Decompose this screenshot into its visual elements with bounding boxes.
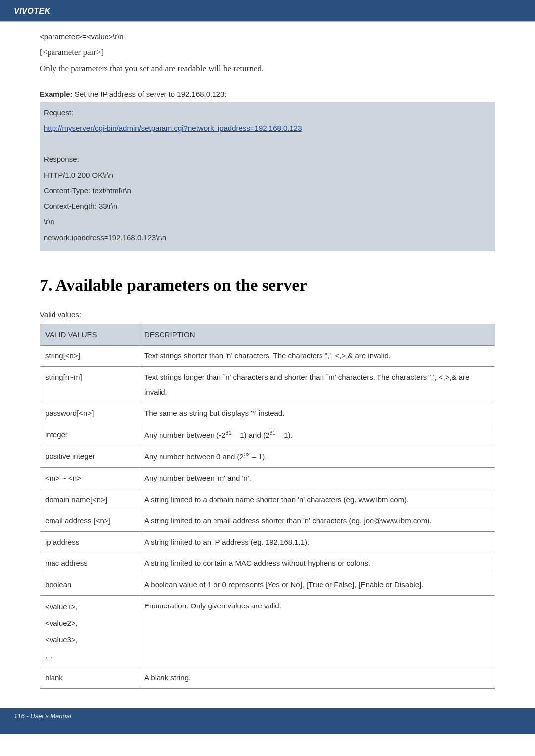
value-cell: ip address: [40, 531, 139, 553]
table-row: password[<n>]The same as string but disp…: [40, 403, 495, 424]
section-heading: 7. Available parameters on the server: [40, 272, 495, 299]
valid-values-table: VALID VALUES DESCRIPTION string[<n>]Text…: [40, 324, 495, 689]
enum-line: <value2>,: [45, 615, 134, 631]
col-header-values: VALID VALUES: [40, 324, 139, 345]
description-cell: The same as string but displays '*' inst…: [139, 403, 495, 424]
value-cell: string[n~m]: [40, 366, 139, 403]
enum-line: <value1>,: [45, 599, 134, 615]
description-cell: A string limited to an IP address (eg. 1…: [139, 531, 495, 553]
table-row: integerAny number between (-231 – 1) and…: [40, 424, 495, 446]
value-cell: email address [<n>]: [40, 510, 139, 531]
value-cell: positive integer: [40, 446, 139, 467]
page-footer: 116 - User's Manual: [0, 708, 535, 734]
description-cell: A string limited to contain a MAC addres…: [139, 553, 495, 574]
example-block: Request: http://myserver/cgi-bin/admin/s…: [40, 102, 495, 252]
table-row: <value1>,<value2>,<value3>,…Enumeration.…: [40, 595, 495, 667]
intro-line-2: [<parameter pair>]: [40, 46, 495, 59]
table-row: booleanA boolean value of 1 or 0 represe…: [40, 574, 495, 595]
page-content: <parameter>=<value>\r\n [<parameter pair…: [0, 22, 535, 699]
response-line: HTTP/1.0 200 OK\r\n: [44, 167, 491, 183]
description-cell: A string limited to an email address sho…: [139, 510, 495, 531]
description-cell: A string limited to a domain name shorte…: [139, 489, 495, 510]
description-cell: Text strings longer than `n' characters …: [139, 366, 495, 403]
example-desc: Set the IP address of server to 192.168.…: [73, 90, 227, 98]
table-row: mac addressA string limited to contain a…: [40, 553, 495, 574]
enum-line: …: [45, 648, 134, 664]
response-line: network.ipaddress=192.168.0.123\r\n: [44, 230, 491, 246]
intro-line-1: <parameter>=<value>\r\n: [40, 31, 495, 43]
enum-line: <value3>,: [45, 631, 134, 648]
table-row: ip addressA string limited to an IP addr…: [40, 531, 495, 553]
description-cell: A boolean value of 1 or 0 represents [Ye…: [139, 574, 495, 595]
response-line: Content-Type: text/html\r\n: [44, 183, 491, 199]
example-heading: Example: Set the IP address of server to…: [40, 88, 495, 100]
example-label: Example:: [40, 90, 73, 98]
description-cell: Text strings shorter than 'n' characters…: [139, 345, 495, 366]
brand-text: VIVOTEK: [14, 7, 51, 15]
value-cell: password[<n>]: [40, 403, 139, 424]
response-label: Response:: [44, 151, 491, 167]
description-cell: Any number between 'm' and 'n'.: [139, 467, 495, 489]
table-row: positive integerAny number between 0 and…: [40, 446, 495, 467]
table-row: string[<n>]Text strings shorter than 'n'…: [40, 345, 495, 366]
footer-text: 116 - User's Manual: [14, 712, 71, 720]
col-header-description: DESCRIPTION: [139, 324, 495, 345]
brand-header: VIVOTEK: [0, 0, 535, 21]
table-row: blankA blank string.: [40, 667, 495, 688]
intro-line-3: Only the parameters that you set and are…: [40, 62, 495, 75]
value-cell: boolean: [40, 574, 139, 595]
value-cell: domain name[<n>]: [40, 489, 139, 510]
response-line: \r\n: [44, 214, 491, 230]
value-cell: blank: [40, 667, 139, 688]
table-row: string[n~m]Text strings longer than `n' …: [40, 366, 495, 403]
value-cell: <value1>,<value2>,<value3>,…: [40, 595, 139, 667]
table-header-row: VALID VALUES DESCRIPTION: [40, 324, 495, 345]
value-cell: integer: [40, 424, 139, 446]
description-cell: Any number between 0 and (232 – 1).: [139, 446, 495, 467]
request-url-wrap: http://myserver/cgi-bin/admin/setparam.c…: [44, 120, 491, 136]
table-row: email address [<n>]A string limited to a…: [40, 510, 495, 531]
table-row: domain name[<n>]A string limited to a do…: [40, 489, 495, 510]
description-cell: Any number between (-231 – 1) and (231 –…: [139, 424, 495, 446]
value-cell: mac address: [40, 553, 139, 574]
description-cell: A blank string.: [139, 667, 495, 688]
request-url-link[interactable]: http://myserver/cgi-bin/admin/setparam.c…: [44, 124, 302, 132]
value-cell: <m> ~ <n>: [40, 467, 139, 489]
value-cell: string[<n>]: [40, 345, 139, 366]
table-caption: Valid values:: [40, 309, 495, 321]
response-line: Context-Length: 33\r\n: [44, 199, 491, 214]
table-row: <m> ~ <n>Any number between 'm' and 'n'.: [40, 467, 495, 489]
request-label: Request:: [44, 105, 491, 121]
description-cell: Enumeration. Only given values are valid…: [139, 595, 495, 667]
